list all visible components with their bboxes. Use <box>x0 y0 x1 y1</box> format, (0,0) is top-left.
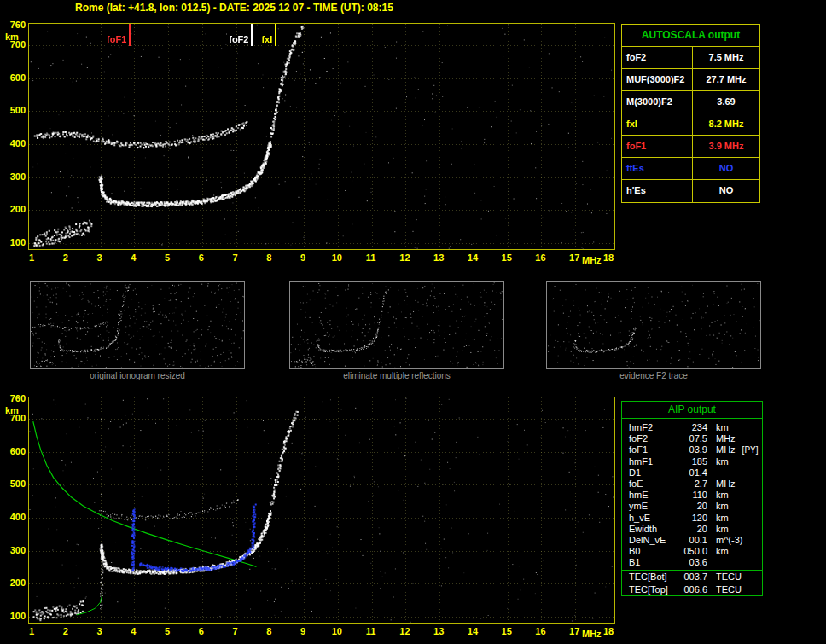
aip-row: foF103.9MHz[PY] <box>629 444 759 455</box>
x-tick-label: 16 <box>532 626 549 636</box>
x-tick-label: 5 <box>159 626 176 636</box>
y-tick-label: 400 <box>3 138 26 148</box>
aip-row-label: Ewidth <box>629 524 678 535</box>
autoscala-row-value: 8.2 MHz <box>693 113 759 135</box>
x-tick-label: 3 <box>91 252 108 263</box>
marker-tick-fxI <box>275 24 276 46</box>
aip-row: ymE20km <box>629 501 759 512</box>
aip-row-unit: MHz <box>716 479 736 490</box>
scaled-ionogram-plot <box>28 23 615 250</box>
x-tick-label: 11 <box>363 626 380 636</box>
aip-row: B0050.0km <box>629 546 759 557</box>
x-tick-label: 12 <box>396 252 413 263</box>
aip-tec-unit: TECU <box>716 571 742 583</box>
aip-row-value: 03.9 <box>678 444 707 455</box>
autoscala-table-title: AUTOSCALA output <box>622 25 759 47</box>
aip-row-unit: km <box>716 501 729 512</box>
x-tick-label: 8 <box>260 626 277 636</box>
y-tick-label: 100 <box>3 237 26 247</box>
thumbnail-caption-1: original ionogram resized <box>30 371 245 380</box>
thumbnail-eliminate-reflections <box>289 281 504 369</box>
aip-row-label: B1 <box>629 557 678 568</box>
x-tick-label: 17 <box>566 626 583 636</box>
aip-table-title: AIP output <box>622 402 762 419</box>
x-tick-label: 18 <box>600 626 617 636</box>
autoscala-row-value: 7.5 MHz <box>693 47 759 68</box>
x-tick-label: 4 <box>125 626 142 636</box>
autoscala-row: MUF(3000)F227.7 MHz <box>622 69 759 91</box>
x-tick-label: 5 <box>159 252 176 263</box>
aip-row-value: 234 <box>678 422 707 433</box>
y-tick-label: 760 <box>3 393 26 403</box>
aip-tec-unit: TECU <box>716 583 742 595</box>
aip-row: foF207.5MHz <box>629 433 759 444</box>
y-tick-label: 200 <box>3 204 26 214</box>
autoscala-row-label: h'Es <box>622 180 693 202</box>
x-tick-label: 11 <box>363 252 380 263</box>
x-tick-label: 6 <box>193 252 210 263</box>
aip-row-note: [PY] <box>742 444 759 455</box>
x-tick-label: 14 <box>464 252 481 263</box>
autoscala-row: h'EsNO <box>622 180 759 202</box>
marker-label-foF1: foF1 <box>88 34 126 44</box>
aip-tec-row: TEC[Top]006.6TECU <box>622 583 762 595</box>
x-tick-label: 7 <box>227 626 244 636</box>
aip-row-label: B0 <box>629 546 678 557</box>
aip-row-value: 120 <box>678 513 707 524</box>
aip-row-label: hmF2 <box>629 422 678 433</box>
autoscala-row-value: 3.9 MHz <box>693 136 759 157</box>
y-tick-label: 300 <box>3 171 26 182</box>
aip-row-label: foE <box>629 479 678 490</box>
autoscala-row-value: 27.7 MHz <box>693 69 759 90</box>
autoscala-row-label: ftEs <box>622 158 693 179</box>
aip-row-label: h_vE <box>629 513 678 524</box>
aip-row: D101.4 <box>629 467 759 479</box>
aip-tec-label: TEC[Top] <box>629 583 678 595</box>
aip-row-unit: km <box>716 422 729 433</box>
aip-tec-value: 003.7 <box>678 571 707 583</box>
aip-output-table: AIP output hmF2234kmfoF207.5MHzfoF103.9M… <box>621 401 763 596</box>
x-tick-label: 3 <box>91 626 108 636</box>
aip-row-unit: MHz <box>716 444 736 455</box>
aip-row: foE2.7MHz <box>629 479 759 490</box>
autoscala-row-value: 3.69 <box>693 91 759 113</box>
aip-tec-row: TEC[Bot]003.7TECU <box>622 570 762 583</box>
page-title: Rome (lat: +41.8, lon: 012.5) - DATE: 20… <box>75 2 393 14</box>
aip-row: hmF2234km <box>629 422 759 433</box>
aip-row: h_vE120km <box>629 513 759 524</box>
aip-row-value: 07.5 <box>678 433 707 444</box>
aip-row: Ewidth20km <box>629 524 759 535</box>
y-tick-label: 400 <box>3 512 26 522</box>
autoscala-row-value: NO <box>693 180 759 202</box>
y-tick-label: 500 <box>3 105 26 115</box>
x-tick-label: 17 <box>566 252 583 263</box>
x-tick-label: 8 <box>260 252 277 263</box>
aip-row-unit: km <box>716 513 729 524</box>
aip-row-label: foF1 <box>629 444 678 455</box>
aip-row-label: foF2 <box>629 433 678 444</box>
aip-row-value: 03.6 <box>678 557 707 568</box>
x-tick-label: 1 <box>23 626 40 636</box>
autoscala-table-rows: foF27.5 MHzMUF(3000)F227.7 MHzM(3000)F23… <box>622 47 759 202</box>
aip-row-label: hmF1 <box>629 456 678 467</box>
aip-row-value: 185 <box>678 456 707 467</box>
y-axis-unit-label: km <box>5 405 19 415</box>
x-tick-label: 1 <box>23 252 40 263</box>
autoscala-row-label: fxI <box>622 113 693 135</box>
aip-row-unit: km <box>716 546 729 557</box>
autoscala-row-label: foF1 <box>622 136 693 157</box>
x-tick-label: 10 <box>329 252 346 263</box>
autoscala-row: M(3000)F23.69 <box>622 91 759 113</box>
x-tick-label: 2 <box>57 626 74 636</box>
aip-row-value: 20 <box>678 501 707 512</box>
aip-row-value: 2.7 <box>678 479 707 490</box>
aip-row: hmE110km <box>629 490 759 501</box>
autoscala-row-label: M(3000)F2 <box>622 91 693 113</box>
aip-tec-value: 006.6 <box>678 583 707 595</box>
x-axis-unit-label: MHz <box>582 255 602 265</box>
autoscala-row: fxI8.2 MHz <box>622 113 759 136</box>
x-tick-label: 4 <box>125 252 142 263</box>
autoscala-row: ftEsNO <box>622 158 759 180</box>
aip-tec-rows: TEC[Bot]003.7TECUTEC[Top]006.6TECU <box>622 570 762 595</box>
aip-row-unit: km <box>716 490 729 501</box>
